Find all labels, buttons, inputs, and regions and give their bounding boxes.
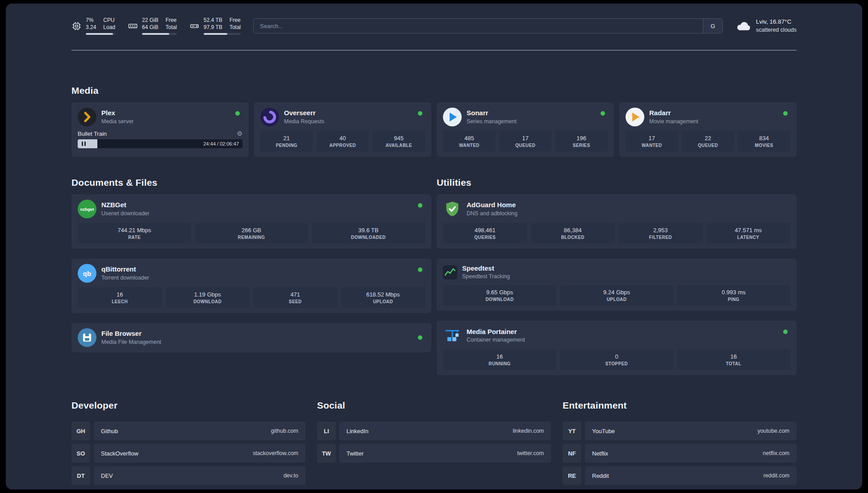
stat-tile: 266 GB REMAINING: [195, 223, 308, 243]
app-title: Overseerr: [284, 109, 324, 117]
stat-label: WANTED: [459, 143, 480, 148]
top-bar: 7% 3.24 CPU Load: [71, 17, 797, 35]
bookmark-abbr: LI: [317, 422, 336, 440]
stat-value: 17: [649, 135, 655, 142]
stat-tile: 47.571 ms LATENCY: [706, 223, 791, 243]
stat-tile: 40 APPROVED: [317, 131, 369, 151]
memory-free-label: Free: [166, 17, 177, 24]
disk-total-label: Total: [230, 24, 241, 31]
stat-label: AVAILABLE: [386, 143, 412, 148]
app-subtitle: Movie management: [649, 118, 698, 125]
cpu-widget: 7% 3.24 CPU Load: [71, 17, 115, 34]
stat-value: 471: [290, 291, 300, 298]
bookmarks-developer: Developer GH Github github.com SO StackO…: [71, 400, 305, 485]
app-card-portainer[interactable]: Media Portainer Container management 16 …: [437, 321, 797, 375]
app-subtitle: DNS and adblocking: [467, 210, 517, 217]
section-title-social: Social: [317, 400, 551, 411]
bookmark-stackoverflow[interactable]: SO StackOverflow stackoverflow.com: [71, 444, 305, 463]
bookmark-netflix[interactable]: NF Netflix netflix.com: [563, 444, 797, 463]
app-card-sonarr[interactable]: Sonarr Series management 485 WANTED 17 Q…: [437, 102, 614, 157]
stat-tile: 17 QUEUED: [499, 131, 552, 151]
app-card-overseerr[interactable]: Overseerr Media Requests 21 PENDING 40 A…: [254, 102, 431, 157]
bookmark-url: stackoverflow.com: [253, 450, 298, 456]
plex-now-playing: Bullet Train ⚙ 24:44 / 02:06:47: [78, 130, 242, 148]
stat-label: PING: [728, 297, 739, 302]
stat-value: 618.52 Mbps: [366, 291, 400, 298]
stat-tile: 16 RUNNING: [443, 349, 556, 370]
bookmark-url: linkedin.com: [513, 428, 544, 434]
app-title: Radarr: [649, 109, 698, 117]
stat-tile: 86,384 BLOCKED: [531, 223, 615, 243]
app-card-adguard[interactable]: AdGuard Home DNS and adblocking 498,461 …: [437, 194, 797, 249]
search-input[interactable]: [254, 19, 703, 33]
status-online-dot: [418, 335, 422, 340]
memory-widget: 22 GiB 64 GiB Free Total: [128, 17, 177, 34]
memory-free-value: 22 GiB: [142, 17, 159, 24]
stat-label: DOWNLOADED: [351, 235, 386, 240]
overseerr-icon: [260, 108, 279, 126]
stat-value: 16: [730, 353, 737, 360]
bookmark-abbr: SO: [71, 444, 90, 463]
app-subtitle: Media server: [101, 118, 134, 125]
stat-label: LATENCY: [737, 235, 759, 240]
app-card-plex[interactable]: Plex Media server Bullet Train ⚙ 24:44 /…: [71, 102, 249, 157]
disk-widget: 52.4 TB 97.9 TB Free Total: [189, 17, 241, 34]
bookmark-linkedin[interactable]: LI LinkedIn linkedin.com: [317, 422, 551, 440]
memory-total-value: 64 GiB: [142, 24, 159, 31]
radarr-icon: [626, 108, 644, 126]
app-card-speedtest[interactable]: Speedtest Speedtest Tracking 9.65 Gbps D…: [437, 259, 797, 311]
weather-condition: scattered clouds: [756, 26, 797, 34]
stat-value: 17: [522, 135, 528, 142]
search-engine-button[interactable]: G: [703, 19, 722, 33]
bookmark-url: dev.to: [284, 472, 298, 479]
playback-progress-bar[interactable]: 24:44 / 02:06:47: [78, 139, 242, 148]
app-title: qBittorrent: [101, 265, 149, 274]
app-card-radarr[interactable]: Radarr Movie management 17 WANTED 22 QUE…: [619, 102, 797, 157]
gear-icon[interactable]: ⚙: [237, 130, 242, 137]
bookmark-dev[interactable]: DT DEV dev.to: [71, 466, 305, 485]
bookmark-name: Netflix: [592, 450, 608, 457]
stat-label: UPLOAD: [373, 299, 393, 304]
section-title-media: Media: [71, 85, 797, 96]
app-title: NZBGet: [101, 201, 150, 209]
stat-label: DOWNLOAD: [485, 297, 513, 302]
bookmark-url: twitter.com: [517, 450, 544, 456]
memory-usage-bar: [142, 33, 177, 35]
stat-value: 834: [759, 135, 769, 142]
stat-value: 40: [339, 135, 346, 142]
stat-label: TOTAL: [726, 361, 741, 366]
bookmark-twitter[interactable]: TW Twitter twitter.com: [317, 444, 551, 463]
stat-value: 0.993 ms: [722, 289, 745, 296]
stat-label: UPLOAD: [607, 297, 627, 302]
stat-value: 2,953: [653, 227, 668, 234]
app-subtitle: Torrent downloader: [101, 274, 149, 282]
memory-total-label: Total: [166, 24, 177, 31]
pause-icon[interactable]: [82, 142, 86, 146]
bookmark-name: Reddit: [592, 472, 609, 479]
app-card-nzbget[interactable]: nzbget NZBGet Usenet downloader 744.21 M…: [71, 194, 431, 249]
stat-label: WANTED: [642, 143, 662, 148]
weather-widget: Lviv, 16.87°C scattered clouds: [735, 18, 797, 33]
bookmark-youtube[interactable]: YT YouTube youtube.com: [563, 422, 797, 440]
stat-tile: 2,953 FILTERED: [618, 223, 703, 243]
media-grid: Plex Media server Bullet Train ⚙ 24:44 /…: [71, 102, 797, 157]
bookmark-reddit[interactable]: RE Reddit reddit.com: [563, 466, 797, 485]
stat-tile: 618.52 Mbps UPLOAD: [341, 287, 426, 308]
disk-usage-bar: [204, 33, 241, 35]
bookmark-github[interactable]: GH Github github.com: [71, 422, 305, 440]
stat-tile: 16 LEECH: [78, 287, 162, 308]
app-card-filebrowser[interactable]: File Browser Media File Management: [71, 323, 431, 352]
qbittorrent-icon: qb: [78, 264, 96, 283]
bookmark-name: StackOverflow: [101, 450, 138, 457]
app-card-qbittorrent[interactable]: qb qBittorrent Torrent downloader 16 LEE…: [71, 259, 431, 313]
dashboard-panel: 7% 3.24 CPU Load: [6, 4, 862, 489]
stat-tile: 0 STOPPED: [560, 349, 673, 370]
stat-value: 266 GB: [242, 227, 261, 234]
stat-value: 21: [284, 135, 290, 142]
stat-label: DOWNLOAD: [193, 299, 221, 304]
cloud-icon: [735, 19, 751, 33]
stat-label: SERIES: [573, 143, 590, 148]
stat-value: 9.24 Gbps: [603, 289, 630, 296]
disk-free-value: 52.4 TB: [204, 17, 222, 24]
stat-label: STOPPED: [605, 361, 628, 366]
